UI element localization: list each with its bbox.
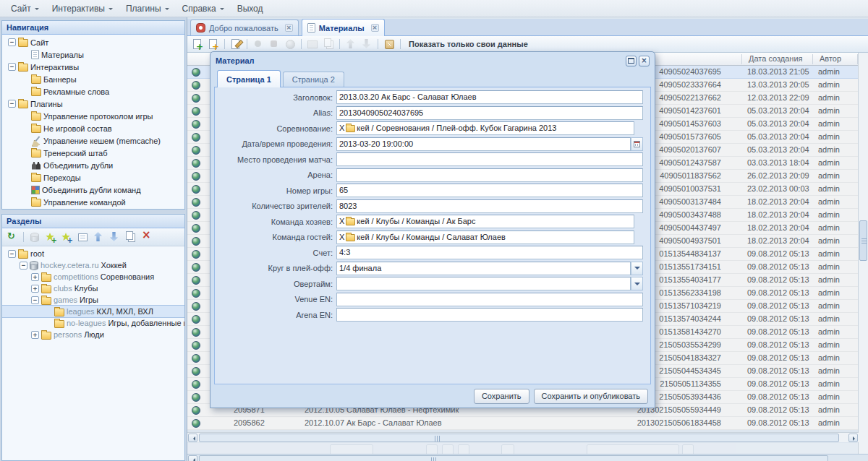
field-input[interactable] bbox=[336, 152, 643, 166]
tree-item-интерактивы[interactable]: −Интерактивы bbox=[2, 61, 184, 73]
expand-minus-icon[interactable]: − bbox=[8, 100, 16, 108]
field-input[interactable]: 2013-03-20 19:00:00 bbox=[336, 137, 631, 151]
scroll-left-arrow[interactable] bbox=[188, 455, 197, 461]
field-input[interactable]: 2013040905024037695 bbox=[336, 106, 643, 120]
field-input[interactable]: 65 bbox=[336, 184, 643, 197]
tree-item-leagues[interactable]: leaguesКХЛ, МХЛ, ВХЛ bbox=[2, 306, 184, 317]
tree-item-root[interactable]: −root bbox=[2, 248, 184, 259]
field-input[interactable] bbox=[336, 277, 631, 290]
toolbar-button-move-up[interactable] bbox=[91, 230, 106, 244]
tree-item-управление-командой[interactable]: Управление командой bbox=[2, 196, 184, 208]
expand-minus-icon[interactable]: − bbox=[20, 262, 27, 270]
tree-item-рекламные-слова[interactable]: Рекламные слова bbox=[2, 85, 184, 98]
column-header-author[interactable]: Автор bbox=[820, 54, 841, 63]
scroll-left-arrow[interactable] bbox=[188, 434, 197, 442]
toolbar-button-unpublish[interactable] bbox=[267, 37, 281, 51]
field-input[interactable]: 4:3 bbox=[336, 246, 643, 259]
scroll-right-arrow[interactable] bbox=[848, 434, 858, 442]
toolbar-button-database[interactable] bbox=[27, 230, 42, 244]
field-input[interactable] bbox=[336, 293, 643, 306]
tree-item-сайт[interactable]: −Сайт bbox=[2, 36, 184, 48]
expand-minus-icon[interactable]: − bbox=[8, 250, 16, 258]
expand-plus-icon[interactable]: + bbox=[31, 331, 39, 339]
dialog-tab-страница-2[interactable]: Страница 2 bbox=[283, 72, 344, 87]
close-icon[interactable]: × bbox=[639, 56, 650, 66]
toolbar-button-move-down[interactable] bbox=[107, 230, 122, 244]
toolbar-button-move-down[interactable] bbox=[359, 37, 374, 51]
menu-item-сайт[interactable]: Сайт bbox=[4, 1, 46, 16]
field-input[interactable]: Хкей / Клубы / Команды / Салават Юлаев bbox=[336, 231, 634, 244]
toolbar-button-properties[interactable] bbox=[75, 230, 90, 244]
tree-item-плагины[interactable]: −Плагины bbox=[2, 98, 184, 110]
vertical-scrollbar[interactable] bbox=[858, 53, 868, 459]
field-input[interactable]: 8023 bbox=[336, 199, 643, 213]
toolbar-button-add-material[interactable] bbox=[190, 37, 205, 51]
toolbar-button-copy[interactable] bbox=[321, 37, 336, 51]
expand-minus-icon[interactable]: − bbox=[31, 296, 39, 304]
combo-trigger-button[interactable] bbox=[631, 277, 643, 290]
toolbar-button-add-section[interactable] bbox=[43, 230, 58, 244]
tree-item-управление-протоколом-игры[interactable]: Управление протоколом игры bbox=[2, 110, 184, 122]
tree-item-объединить-дубли[interactable]: Объединить дубли bbox=[2, 159, 184, 171]
tree-item-переходы[interactable]: Переходы bbox=[2, 171, 184, 184]
toolbar-button-edit[interactable] bbox=[229, 37, 243, 51]
tree-item-clubs[interactable]: +clubsКлубы bbox=[2, 283, 184, 294]
menu-item-справка[interactable]: Справка bbox=[176, 1, 231, 16]
own-data-filter-label[interactable]: Показать только свои данные bbox=[409, 40, 528, 48]
column-header-date[interactable]: Дата создания bbox=[749, 54, 803, 63]
table-row[interactable]: 20958622012.10.07 Ак Барс - Салават Юлае… bbox=[187, 417, 859, 430]
tree-item-не-игровой-состав[interactable]: Не игровой состав bbox=[2, 122, 184, 134]
button-сохранить[interactable]: Сохранить bbox=[474, 389, 529, 404]
cell-date: 09.08.2012 05:13 bbox=[747, 392, 809, 401]
expand-plus-icon[interactable]: + bbox=[31, 285, 39, 293]
tree-item-управление-кешем-memcache[interactable]: Управление кешем (memcache) bbox=[2, 134, 184, 147]
tab-добро-пожаловать[interactable]: Добро пожаловать× bbox=[190, 20, 299, 35]
menu-item-плагины[interactable]: Плагины bbox=[119, 1, 176, 16]
field-input[interactable]: Хкей / Клубы / Команды / Ак Барс bbox=[336, 215, 634, 228]
toolbar-button-copy[interactable] bbox=[123, 230, 137, 244]
field-input[interactable]: 1/4 финала bbox=[336, 262, 631, 275]
field-input[interactable]: Хкей / Соревнования / Плей-офф. Кубок Га… bbox=[336, 121, 634, 135]
combo-trigger-button[interactable] bbox=[631, 262, 643, 275]
tree-item-no-leagues[interactable]: no-leaguesИгры, добавленные вручную bbox=[2, 317, 184, 329]
button-сохранить-и-опубликовать[interactable]: Сохранить и опубликовать bbox=[534, 389, 648, 404]
outer-horizontal-scrollbar[interactable] bbox=[187, 454, 868, 461]
expand-minus-icon[interactable]: − bbox=[8, 38, 16, 46]
field-input[interactable] bbox=[336, 168, 643, 182]
dialog-header[interactable]: Материал × bbox=[210, 52, 655, 69]
field-input[interactable] bbox=[336, 308, 643, 322]
toolbar-button-own-data[interactable] bbox=[382, 37, 396, 51]
tree-item-объединить-дубли-команд[interactable]: Объединить дубли команд bbox=[2, 184, 184, 196]
maximize-icon[interactable] bbox=[626, 56, 637, 66]
tree-item-баннеры[interactable]: Баннеры bbox=[2, 73, 184, 85]
tree-item-label: Управление кешем (memcache) bbox=[43, 137, 161, 145]
tree-item-hockey-cetera-ru[interactable]: −hockey.cetera.ruХоккей bbox=[2, 259, 184, 271]
tree-item-тренерский-штаб[interactable]: Тренерский штаб bbox=[2, 147, 184, 159]
tree-item-persons[interactable]: +personsЛюди bbox=[2, 329, 184, 340]
expand-plus-icon[interactable]: + bbox=[31, 273, 39, 281]
toolbar-button-move-up[interactable] bbox=[344, 37, 358, 51]
tree-item-competitions[interactable]: +competitionsСоревнования bbox=[2, 271, 184, 283]
tab-материалы[interactable]: Материалы× bbox=[302, 19, 385, 36]
vertical-scrollbar-thumb[interactable] bbox=[859, 220, 867, 261]
toolbar-button-refresh[interactable] bbox=[5, 230, 20, 244]
toolbar-button-delete[interactable] bbox=[139, 230, 153, 244]
horizontal-scrollbar[interactable] bbox=[187, 432, 859, 442]
tree-item-games[interactable]: −gamesИгры bbox=[2, 294, 184, 306]
dialog-tab-страница-1[interactable]: Страница 1 bbox=[217, 70, 281, 87]
tab-close-icon[interactable]: × bbox=[285, 24, 293, 32]
tab-close-icon[interactable]: × bbox=[371, 24, 379, 32]
toolbar-button-preview[interactable] bbox=[283, 37, 297, 51]
field-input[interactable]: 2013.03.20 Ак Барс - Салават Юлаев bbox=[336, 90, 643, 104]
horizontal-scrollbar-thumb[interactable] bbox=[199, 434, 839, 442]
menu-item-выход[interactable]: Выход bbox=[231, 1, 270, 16]
tree-item-материалы[interactable]: Материалы bbox=[2, 48, 184, 61]
outer-scrollbar-thumb[interactable] bbox=[199, 455, 828, 461]
toolbar-button-publish[interactable] bbox=[251, 37, 265, 51]
toolbar-button-add-material-alt[interactable] bbox=[206, 37, 221, 51]
menu-item-интерактивы[interactable]: Интерактивы bbox=[46, 1, 119, 16]
toolbar-button-add-child-section[interactable] bbox=[59, 230, 74, 244]
date-trigger-button[interactable] bbox=[631, 137, 643, 151]
expand-minus-icon[interactable]: − bbox=[8, 63, 16, 71]
toolbar-button-move[interactable] bbox=[305, 37, 320, 51]
